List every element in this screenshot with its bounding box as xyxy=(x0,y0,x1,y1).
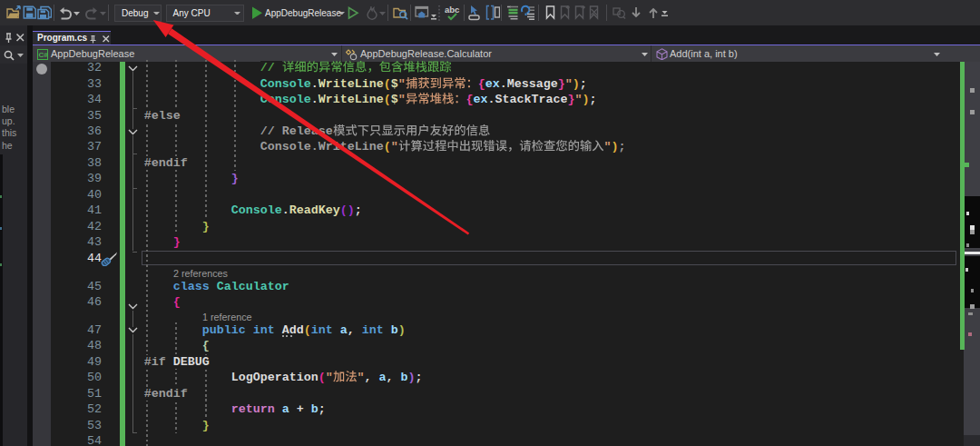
svg-text:C#: C# xyxy=(39,51,49,59)
svg-text:abc: abc xyxy=(445,5,459,15)
